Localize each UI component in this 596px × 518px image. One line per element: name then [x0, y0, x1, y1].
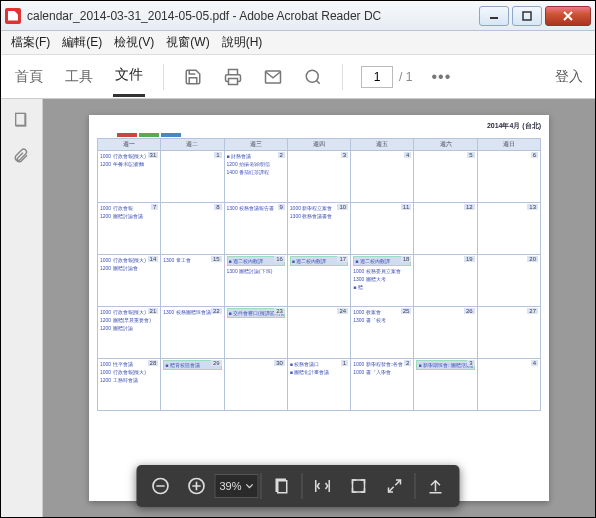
calendar-cell: 26	[414, 307, 477, 359]
tab-tools[interactable]: 工具	[63, 58, 95, 96]
selection-tool-icon[interactable]	[264, 468, 300, 504]
calendar-header: 週三	[224, 139, 287, 151]
zoom-level-select[interactable]: 39%	[214, 474, 258, 498]
calendar-event: 1200 工務時會議	[100, 376, 158, 384]
calendar-event: 1300 書「校考	[353, 316, 411, 324]
calendar-event: ■ 校務會議口	[290, 360, 348, 368]
calendar-cell: 311000 行政會報(擬大)1200 午餐:和記麥麵	[98, 151, 161, 203]
svg-point-6	[306, 70, 318, 82]
zoom-out-icon[interactable]	[142, 468, 178, 504]
calendar-cell: 2■ 財務會議1200 拍攝·彩繪明信1400 番茄紅茶課程	[224, 151, 287, 203]
separator	[163, 64, 164, 90]
calendar-header: 週五	[351, 139, 414, 151]
floating-toolbar: 39%	[136, 465, 459, 507]
calendar-event: 1200 團體討論會議	[100, 212, 158, 220]
calendar-cell: 21000 新學程發會::各會1000 書「入學會	[351, 359, 414, 411]
calendar-event: 1300 團體討論(下班)	[227, 267, 285, 275]
minimize-button[interactable]	[479, 6, 509, 26]
calendar-grid: 週一週二週三週四週五週六週日 311000 行政會報(擬大)1200 午餐:和記…	[97, 138, 541, 411]
sidebar	[1, 99, 43, 517]
calendar-cell: 6	[477, 151, 540, 203]
svg-rect-19	[353, 480, 365, 492]
calendar-event: 1000 新學程發會::各會	[353, 360, 411, 368]
calendar-cell: 30	[224, 359, 287, 411]
calendar-header: 週四	[287, 139, 350, 151]
tab-document[interactable]: 文件	[113, 56, 145, 97]
calendar-cell: 11	[351, 203, 414, 255]
app-icon	[5, 8, 21, 24]
svg-line-20	[389, 487, 394, 492]
close-button[interactable]	[545, 6, 591, 26]
calendar-cell: 13	[477, 203, 540, 255]
calendar-event: ■ 體	[353, 283, 411, 291]
page-number-input[interactable]	[361, 66, 393, 88]
calendar-cell: 281000 性平會議1000 行政會報(擬大)1200 工務時會議	[98, 359, 161, 411]
calendar-cell: 91300 校務會議報告書	[224, 203, 287, 255]
fit-page-icon[interactable]	[341, 468, 377, 504]
calendar-event: 1300 教務會議書會	[290, 212, 348, 220]
attachment-icon[interactable]	[13, 147, 31, 165]
calendar-cell: 4	[351, 151, 414, 203]
window-title: calendar_2014-03-31_2014-05-05.pdf - Ado…	[27, 9, 476, 23]
calendar-event: 1400 番茄紅茶課程	[227, 168, 285, 176]
calendar-event: ■ 新學期班會::團體活動計畫	[416, 360, 474, 370]
fit-width-icon[interactable]	[305, 468, 341, 504]
calendar-event: 1300 校務會議報告書	[227, 204, 285, 212]
print-icon[interactable]	[222, 66, 244, 88]
calendar-cell: 24	[287, 307, 350, 359]
calendar-event: 1200 團體討論	[100, 324, 158, 332]
menu-file[interactable]: 檔案(F)	[5, 32, 56, 53]
svg-rect-16	[278, 481, 287, 493]
calendar-header: 週六	[414, 139, 477, 151]
calendar-cell: 1	[161, 151, 224, 203]
calendar-event: ■ 財務會議	[227, 152, 285, 160]
calendar-cell: 16■ 週二校內觀課1300 團體討論(下班)	[224, 255, 287, 307]
calendar-cell: 17■ 週二校內觀課	[287, 255, 350, 307]
menu-help[interactable]: 說明(H)	[216, 32, 269, 53]
calendar-event: 1200 團體(早晨重要會)	[100, 316, 158, 324]
mail-icon[interactable]	[262, 66, 284, 88]
calendar-cell: 141000 行政會報(擬大)1200 團體討論會	[98, 255, 161, 307]
calendar-legend	[117, 133, 541, 137]
read-mode-icon[interactable]	[418, 468, 454, 504]
fullscreen-icon[interactable]	[377, 468, 413, 504]
save-icon[interactable]	[182, 66, 204, 88]
calendar-cell: 23■ 交件會審口(擬課題:行政)	[224, 307, 287, 359]
calendar-cell: 151300 童工會	[161, 255, 224, 307]
calendar-cell: 1■ 校務會議口■ 團體化計畫會議	[287, 359, 350, 411]
login-button[interactable]: 登入	[555, 68, 583, 86]
calendar-cell: 4	[477, 359, 540, 411]
calendar-event: 1000 行政會報(擬大)	[100, 368, 158, 376]
more-icon[interactable]: •••	[430, 66, 452, 88]
svg-rect-4	[229, 78, 238, 84]
zoom-in-icon[interactable]	[178, 468, 214, 504]
svg-rect-9	[15, 113, 24, 125]
separator	[415, 473, 416, 499]
svg-line-21	[395, 480, 400, 485]
calendar-header: 週日	[477, 139, 540, 151]
search-icon[interactable]	[302, 66, 324, 88]
calendar-cell: 12	[414, 203, 477, 255]
calendar-cell: 3	[287, 151, 350, 203]
thumbnails-icon[interactable]	[13, 111, 31, 129]
calendar-cell: 251000 教案會1300 書「校考	[351, 307, 414, 359]
calendar-cell: 20	[477, 255, 540, 307]
calendar-cell: 71000 行政會報1200 團體討論會議	[98, 203, 161, 255]
calendar-cell: 5	[414, 151, 477, 203]
calendar-event: 1000 行政會報	[100, 204, 158, 212]
calendar-event: 1200 團體討論會	[100, 264, 158, 272]
maximize-button[interactable]	[512, 6, 542, 26]
pdf-page: 2014年4月 (台北) 週一週二週三週四週五週六週日 311000 行政會報(…	[89, 115, 549, 501]
page-total: / 1	[399, 70, 412, 84]
calendar-event: ■ 團體化計畫會議	[290, 368, 348, 376]
menu-window[interactable]: 視窗(W)	[160, 32, 215, 53]
menu-view[interactable]: 檢視(V)	[108, 32, 160, 53]
calendar-cell: 101000 新學程立案會1300 教務會議書會	[287, 203, 350, 255]
calendar-header: 週一	[98, 139, 161, 151]
document-viewport[interactable]: 2014年4月 (台北) 週一週二週三週四週五週六週日 311000 行政會報(…	[43, 99, 595, 517]
calendar-cell: 19	[414, 255, 477, 307]
separator	[342, 64, 343, 90]
menu-edit[interactable]: 編輯(E)	[56, 32, 108, 53]
svg-rect-1	[523, 12, 531, 20]
tab-home[interactable]: 首頁	[13, 58, 45, 96]
